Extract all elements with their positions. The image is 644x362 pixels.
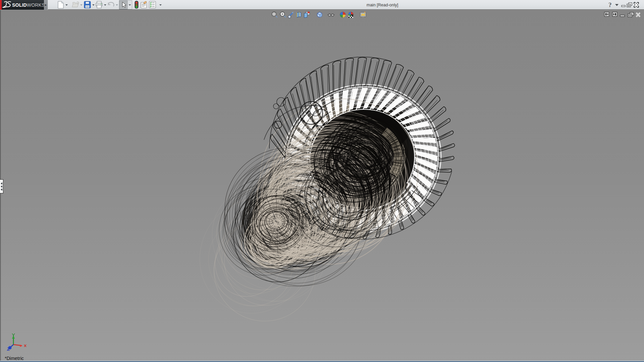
svg-text:?: ?: [608, 1, 612, 8]
svg-text:SOLIDWORKS: SOLIDWORKS: [12, 2, 44, 8]
